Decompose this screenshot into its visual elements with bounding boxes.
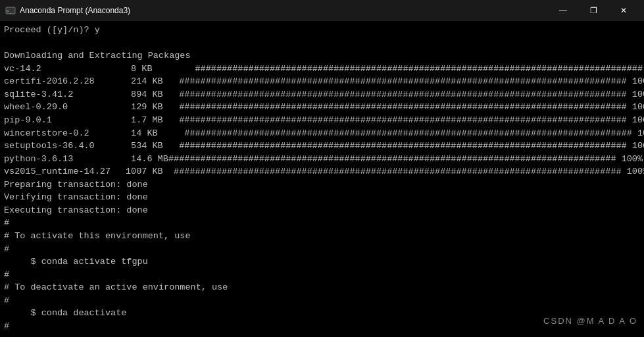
activate-comment: # To activate this environment, use <box>4 230 640 243</box>
maximize-button[interactable]: ❐ <box>578 0 608 21</box>
verify-line: Verifying transaction: done <box>4 191 640 204</box>
hash-3: # <box>4 269 640 282</box>
prep-line: Preparing transaction: done <box>4 178 640 192</box>
close-button[interactable]: ✕ <box>608 0 639 21</box>
hash-1: # <box>4 217 640 230</box>
pkg-line-8: vs2015_runtime-14.271007 KB ############… <box>4 165 640 178</box>
pkg-line-5: wincertstore-0.2 14 KB #################… <box>4 127 640 140</box>
terminal-body: Proceed ([y]/n)? y Downloading and Extra… <box>0 21 644 337</box>
hash-2: # <box>4 243 640 256</box>
app-icon: >_ <box>5 5 16 16</box>
pkg-line-7: python-3.6.13 14.6 MB###################… <box>4 153 640 166</box>
window-controls: — ❐ ✕ <box>548 0 639 21</box>
hash-4: # <box>4 294 640 307</box>
minimize-button[interactable]: — <box>548 0 578 21</box>
watermark: CSDN @M A D A O <box>543 315 637 328</box>
svg-text:>_: >_ <box>7 9 12 14</box>
pkg-line-4: pip-9.0.1 1.7 MB #######################… <box>4 114 640 127</box>
pkg-line-3: wheel-0.29.0 129 KB ####################… <box>4 101 640 114</box>
blank-line-2 <box>4 333 640 338</box>
pkg-line-2: sqlite-3.41.2 894 KB ###################… <box>4 88 640 101</box>
exec-line: Executing transaction: done <box>4 204 640 217</box>
blank-line-1 <box>4 37 640 50</box>
pkg-line-1: certifi-2016.2.28 214 KB ###############… <box>4 75 640 88</box>
deactivate-comment: # To deactivate an active environment, u… <box>4 281 640 294</box>
window: >_ Anaconda Prompt (Anaconda3) — ❐ ✕ Pro… <box>0 0 644 337</box>
pkg-line-6: setuptools-36.4.0 534 KB ###############… <box>4 140 640 153</box>
title-bar: >_ Anaconda Prompt (Anaconda3) — ❐ ✕ <box>0 0 644 21</box>
prompt-line: Proceed ([y]/n)? y <box>4 24 640 37</box>
window-title: Anaconda Prompt (Anaconda3) <box>20 6 548 15</box>
downloading-header: Downloading and Extracting Packages <box>4 49 640 63</box>
pkg-line-0: vc-14.2 8 KB ###########################… <box>4 63 640 76</box>
activate-cmd: $ conda activate tfgpu <box>4 255 640 269</box>
